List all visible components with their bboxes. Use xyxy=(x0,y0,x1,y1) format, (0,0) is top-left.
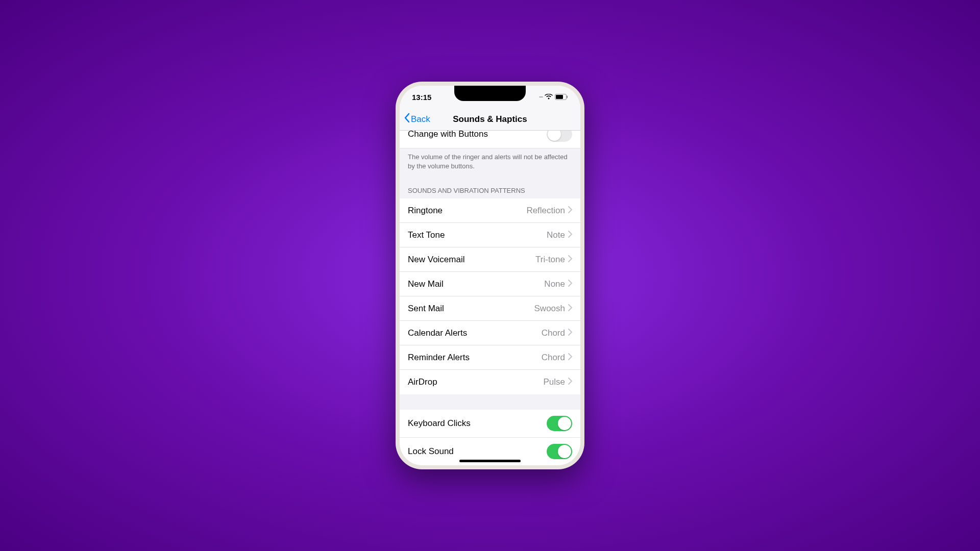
chevron-right-icon xyxy=(568,255,572,265)
row-label: Ringtone xyxy=(408,206,443,216)
toggle-change-with-buttons[interactable] xyxy=(547,131,572,142)
row-airdrop[interactable]: AirDropPulse xyxy=(400,370,580,394)
chevron-right-icon xyxy=(568,328,572,338)
row-calendar-alerts[interactable]: Calendar AlertsChord xyxy=(400,321,580,345)
row-ringtone[interactable]: RingtoneReflection xyxy=(400,198,580,223)
toggle-lock-sound[interactable] xyxy=(547,444,572,459)
row-value: Reflection xyxy=(526,206,572,216)
row-label: AirDrop xyxy=(408,377,437,387)
row-reminder-alerts[interactable]: Reminder AlertsChord xyxy=(400,345,580,370)
sounds-list: RingtoneReflectionText ToneNoteNew Voice… xyxy=(400,198,580,394)
row-label: New Voicemail xyxy=(408,255,465,265)
row-label: Text Tone xyxy=(408,230,445,240)
chevron-right-icon xyxy=(568,279,572,289)
toggle-knob xyxy=(558,417,571,430)
status-time: 13:15 xyxy=(412,93,431,102)
status-right: ···· xyxy=(539,94,568,100)
toggle-knob xyxy=(558,445,571,458)
phone-screen: 13:15 ···· Back Sounds & Haptics xyxy=(400,86,580,465)
svg-rect-1 xyxy=(556,95,563,99)
nav-title: Sounds & Haptics xyxy=(453,114,527,124)
row-label: Change with Buttons xyxy=(408,131,488,139)
nav-bar: Back Sounds & Haptics xyxy=(400,108,580,131)
wifi-icon xyxy=(545,94,553,100)
battery-icon xyxy=(555,94,568,100)
section-footer: The volume of the ringer and alerts will… xyxy=(400,148,580,174)
row-change-with-buttons[interactable]: Change with Buttons xyxy=(400,131,580,148)
section-gap xyxy=(400,394,580,410)
row-value: Chord xyxy=(542,328,572,338)
row-new-voicemail[interactable]: New VoicemailTri-tone xyxy=(400,247,580,272)
row-keyboard-clicks[interactable]: Keyboard Clicks xyxy=(400,410,580,438)
content-area[interactable]: Change with Buttons The volume of the ri… xyxy=(400,131,580,465)
chevron-right-icon xyxy=(568,353,572,363)
section-header-sounds: SOUNDS AND VIBRATION PATTERNS xyxy=(400,174,580,198)
home-indicator[interactable] xyxy=(459,460,521,462)
toggle-keyboard-clicks[interactable] xyxy=(547,416,572,431)
chevron-right-icon xyxy=(568,206,572,216)
row-text-tone[interactable]: Text ToneNote xyxy=(400,223,580,247)
toggle-knob xyxy=(548,131,561,141)
chevron-left-icon xyxy=(404,113,410,126)
row-label: Lock Sound xyxy=(408,446,454,457)
svg-rect-2 xyxy=(567,96,568,98)
row-label: Keyboard Clicks xyxy=(408,418,471,429)
phone-frame: 13:15 ···· Back Sounds & Haptics xyxy=(396,82,584,469)
row-value: None xyxy=(544,279,572,289)
back-button[interactable]: Back xyxy=(400,113,430,126)
row-label: New Mail xyxy=(408,279,444,289)
row-label: Reminder Alerts xyxy=(408,353,470,363)
toggles-list: Keyboard ClicksLock Sound xyxy=(400,410,580,465)
row-label: Sent Mail xyxy=(408,304,444,314)
row-value: Note xyxy=(547,230,572,240)
row-value: Tri-tone xyxy=(535,255,572,265)
row-label: Calendar Alerts xyxy=(408,328,467,338)
chevron-right-icon xyxy=(568,230,572,240)
row-new-mail[interactable]: New MailNone xyxy=(400,272,580,296)
back-label: Back xyxy=(411,114,430,124)
row-sent-mail[interactable]: Sent MailSwoosh xyxy=(400,296,580,321)
chevron-right-icon xyxy=(568,304,572,314)
cellular-icon: ···· xyxy=(539,94,543,100)
row-value: Chord xyxy=(542,353,572,363)
chevron-right-icon xyxy=(568,377,572,387)
row-value: Pulse xyxy=(543,377,572,387)
row-value: Swoosh xyxy=(534,304,572,314)
notch xyxy=(454,86,526,101)
